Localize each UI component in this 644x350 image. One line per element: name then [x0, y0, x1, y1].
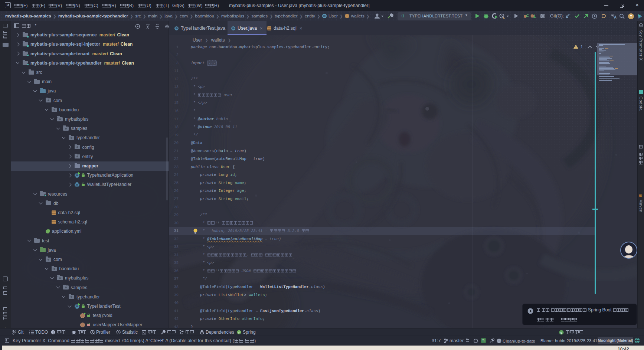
svg-text:A: A — [614, 15, 617, 19]
svg-text:6: 6 — [560, 331, 562, 334]
